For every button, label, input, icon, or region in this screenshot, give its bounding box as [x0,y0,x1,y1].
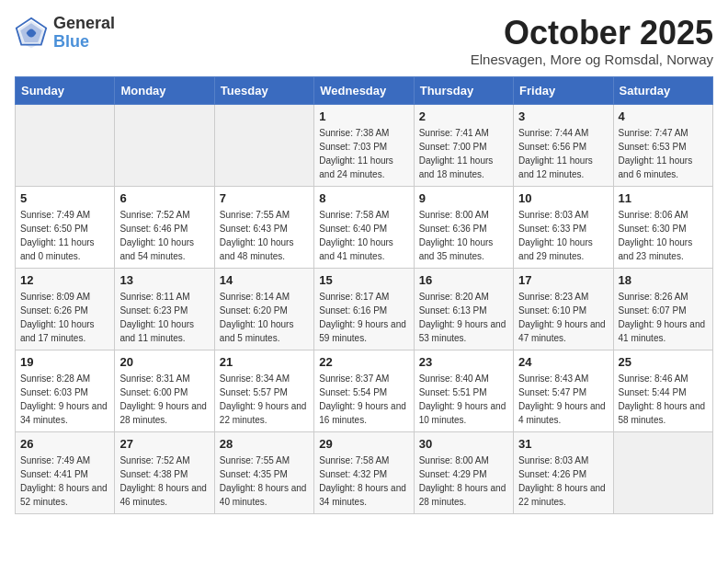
weekday-header-sunday: Sunday [16,76,115,104]
calendar-cell: 12Sunrise: 8:09 AMSunset: 6:26 PMDayligh… [16,268,115,350]
day-number: 15 [319,273,408,287]
weekday-header-monday: Monday [115,76,214,104]
cell-content: Sunrise: 8:09 AMSunset: 6:26 PMDaylight:… [20,290,109,345]
week-row-1: 1Sunrise: 7:38 AMSunset: 7:03 PMDaylight… [16,104,713,186]
cell-content: Sunrise: 8:46 AMSunset: 5:44 PMDaylight:… [619,372,708,427]
cell-content: Sunrise: 7:47 AMSunset: 6:53 PMDaylight:… [619,126,708,181]
calendar-cell: 26Sunrise: 7:49 AMSunset: 4:41 PMDayligh… [16,431,115,513]
weekday-header-saturday: Saturday [613,76,712,104]
calendar-cell: 18Sunrise: 8:26 AMSunset: 6:07 PMDayligh… [613,268,712,350]
day-number: 11 [619,191,708,205]
calendar-cell [16,104,115,186]
day-number: 1 [319,109,408,123]
cell-content: Sunrise: 8:14 AMSunset: 6:20 PMDaylight:… [220,290,309,345]
page-header: General Blue October 2025 Elnesvagen, Mo… [15,15,713,67]
cell-content: Sunrise: 7:38 AMSunset: 7:03 PMDaylight:… [319,126,408,181]
cell-content: Sunrise: 8:31 AMSunset: 6:00 PMDaylight:… [119,372,209,427]
day-number: 31 [518,437,608,451]
day-number: 7 [220,191,309,205]
day-number: 17 [518,273,608,287]
day-number: 24 [518,355,608,369]
calendar-cell: 23Sunrise: 8:40 AMSunset: 5:51 PMDayligh… [414,350,513,431]
cell-content: Sunrise: 7:55 AMSunset: 6:43 PMDaylight:… [220,208,309,263]
day-number: 22 [319,355,408,369]
calendar-cell: 29Sunrise: 7:58 AMSunset: 4:32 PMDayligh… [314,431,414,513]
calendar-cell: 22Sunrise: 8:37 AMSunset: 5:54 PMDayligh… [314,350,414,431]
cell-content: Sunrise: 8:37 AMSunset: 5:54 PMDaylight:… [319,372,408,427]
day-number: 5 [20,191,109,205]
calendar-cell: 3Sunrise: 7:44 AMSunset: 6:56 PMDaylight… [514,104,613,186]
calendar-cell: 4Sunrise: 7:47 AMSunset: 6:53 PMDaylight… [613,104,712,186]
day-number: 12 [20,273,109,287]
week-row-2: 5Sunrise: 7:49 AMSunset: 6:50 PMDaylight… [16,186,713,268]
cell-content: Sunrise: 8:23 AMSunset: 6:10 PMDaylight:… [518,290,608,345]
calendar-cell: 16Sunrise: 8:20 AMSunset: 6:13 PMDayligh… [414,268,513,350]
calendar-cell: 11Sunrise: 8:06 AMSunset: 6:30 PMDayligh… [613,186,712,268]
week-row-5: 26Sunrise: 7:49 AMSunset: 4:41 PMDayligh… [16,431,713,513]
calendar-cell: 30Sunrise: 8:00 AMSunset: 4:29 PMDayligh… [414,431,513,513]
cell-content: Sunrise: 7:52 AMSunset: 4:38 PMDaylight:… [119,454,209,509]
cell-content: Sunrise: 8:00 AMSunset: 4:29 PMDaylight:… [419,454,508,509]
cell-content: Sunrise: 8:00 AMSunset: 6:36 PMDaylight:… [419,208,508,263]
cell-content: Sunrise: 7:58 AMSunset: 4:32 PMDaylight:… [319,454,408,509]
calendar-cell: 9Sunrise: 8:00 AMSunset: 6:36 PMDaylight… [414,186,513,268]
day-number: 6 [119,191,209,205]
day-number: 13 [119,273,209,287]
weekday-header-wednesday: Wednesday [314,76,414,104]
cell-content: Sunrise: 7:49 AMSunset: 6:50 PMDaylight:… [20,208,109,263]
day-number: 27 [119,437,209,451]
logo-text: General Blue [53,15,115,52]
week-row-4: 19Sunrise: 8:28 AMSunset: 6:03 PMDayligh… [16,350,713,431]
logo-icon [15,17,48,50]
calendar-cell: 5Sunrise: 7:49 AMSunset: 6:50 PMDaylight… [16,186,115,268]
calendar-cell: 27Sunrise: 7:52 AMSunset: 4:38 PMDayligh… [115,431,214,513]
day-number: 26 [20,437,109,451]
calendar-cell: 6Sunrise: 7:52 AMSunset: 6:46 PMDaylight… [115,186,214,268]
cell-content: Sunrise: 8:26 AMSunset: 6:07 PMDaylight:… [619,290,708,345]
weekday-header-row: SundayMondayTuesdayWednesdayThursdayFrid… [16,76,713,104]
calendar-cell: 13Sunrise: 8:11 AMSunset: 6:23 PMDayligh… [115,268,214,350]
day-number: 3 [518,109,608,123]
calendar-table: SundayMondayTuesdayWednesdayThursdayFrid… [15,76,713,514]
calendar-cell: 10Sunrise: 8:03 AMSunset: 6:33 PMDayligh… [514,186,613,268]
cell-content: Sunrise: 8:17 AMSunset: 6:16 PMDaylight:… [319,290,408,345]
day-number: 28 [220,437,309,451]
day-number: 18 [619,273,708,287]
cell-content: Sunrise: 7:49 AMSunset: 4:41 PMDaylight:… [20,454,109,509]
day-number: 21 [220,355,309,369]
day-number: 8 [319,191,408,205]
calendar-cell: 7Sunrise: 7:55 AMSunset: 6:43 PMDaylight… [214,186,313,268]
day-number: 14 [220,273,309,287]
calendar-cell: 21Sunrise: 8:34 AMSunset: 5:57 PMDayligh… [214,350,313,431]
cell-content: Sunrise: 8:03 AMSunset: 4:26 PMDaylight:… [518,454,608,509]
day-number: 16 [419,273,508,287]
cell-content: Sunrise: 8:43 AMSunset: 5:47 PMDaylight:… [518,372,608,427]
title-block: October 2025 Elnesvagen, More og Romsdal… [471,15,713,67]
day-number: 23 [419,355,508,369]
logo: General Blue [15,15,115,52]
calendar-cell: 17Sunrise: 8:23 AMSunset: 6:10 PMDayligh… [514,268,613,350]
calendar-cell [115,104,214,186]
day-number: 29 [319,437,408,451]
week-row-3: 12Sunrise: 8:09 AMSunset: 6:26 PMDayligh… [16,268,713,350]
calendar-cell: 19Sunrise: 8:28 AMSunset: 6:03 PMDayligh… [16,350,115,431]
day-number: 20 [119,355,209,369]
weekday-header-tuesday: Tuesday [214,76,313,104]
calendar-cell: 1Sunrise: 7:38 AMSunset: 7:03 PMDaylight… [314,104,414,186]
day-number: 25 [619,355,708,369]
day-number: 19 [20,355,109,369]
calendar-cell: 25Sunrise: 8:46 AMSunset: 5:44 PMDayligh… [613,350,712,431]
calendar-cell: 28Sunrise: 7:55 AMSunset: 4:35 PMDayligh… [214,431,313,513]
cell-content: Sunrise: 8:11 AMSunset: 6:23 PMDaylight:… [119,290,209,345]
weekday-header-thursday: Thursday [414,76,513,104]
calendar-cell: 8Sunrise: 7:58 AMSunset: 6:40 PMDaylight… [314,186,414,268]
cell-content: Sunrise: 7:58 AMSunset: 6:40 PMDaylight:… [319,208,408,263]
cell-content: Sunrise: 8:34 AMSunset: 5:57 PMDaylight:… [220,372,309,427]
cell-content: Sunrise: 8:03 AMSunset: 6:33 PMDaylight:… [518,208,608,263]
cell-content: Sunrise: 7:55 AMSunset: 4:35 PMDaylight:… [220,454,309,509]
calendar-cell [613,431,712,513]
cell-content: Sunrise: 8:40 AMSunset: 5:51 PMDaylight:… [419,372,508,427]
calendar-cell: 24Sunrise: 8:43 AMSunset: 5:47 PMDayligh… [514,350,613,431]
cell-content: Sunrise: 7:52 AMSunset: 6:46 PMDaylight:… [119,208,209,263]
weekday-header-friday: Friday [514,76,613,104]
